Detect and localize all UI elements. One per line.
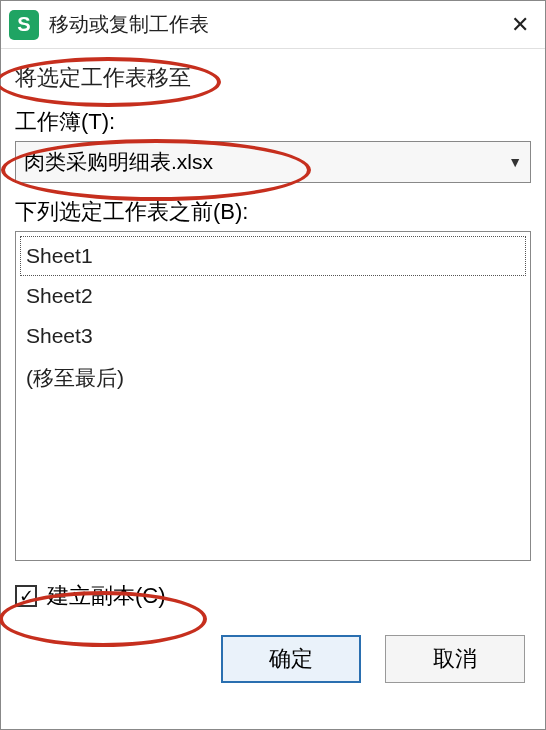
move-to-label: 将选定工作表移至 (15, 63, 191, 93)
move-or-copy-dialog: S 移动或复制工作表 ✕ 将选定工作表移至 工作簿(T): 肉类采购明细表.xl… (0, 0, 546, 730)
dialog-content: 将选定工作表移至 工作簿(T): 肉类采购明细表.xlsx ▼ 下列选定工作表之… (1, 49, 545, 683)
checkbox-box: ✓ (15, 585, 37, 607)
close-button[interactable]: ✕ (505, 10, 535, 40)
workbook-label: 工作簿(T): (15, 107, 531, 137)
before-sheet-label: 下列选定工作表之前(B): (15, 197, 531, 227)
chevron-down-icon: ▼ (508, 154, 522, 170)
close-icon: ✕ (511, 12, 529, 38)
create-copy-checkbox[interactable]: ✓ 建立副本(C) (15, 581, 531, 611)
create-copy-label: 建立副本(C) (47, 581, 166, 611)
list-item[interactable]: Sheet3 (20, 316, 526, 356)
ok-button[interactable]: 确定 (221, 635, 361, 683)
check-icon: ✓ (19, 587, 34, 605)
app-icon: S (9, 10, 39, 40)
workbook-selected-value: 肉类采购明细表.xlsx (24, 148, 213, 176)
list-item[interactable]: Sheet1 (20, 236, 526, 276)
sheet-listbox[interactable]: Sheet1 Sheet2 Sheet3 (移至最后) (15, 231, 531, 561)
titlebar: S 移动或复制工作表 ✕ (1, 1, 545, 49)
workbook-dropdown[interactable]: 肉类采购明细表.xlsx ▼ (15, 141, 531, 183)
dialog-title: 移动或复制工作表 (49, 11, 505, 38)
list-item[interactable]: Sheet2 (20, 276, 526, 316)
list-item[interactable]: (移至最后) (20, 356, 526, 400)
cancel-button[interactable]: 取消 (385, 635, 525, 683)
dialog-buttons: 确定 取消 (15, 635, 531, 683)
